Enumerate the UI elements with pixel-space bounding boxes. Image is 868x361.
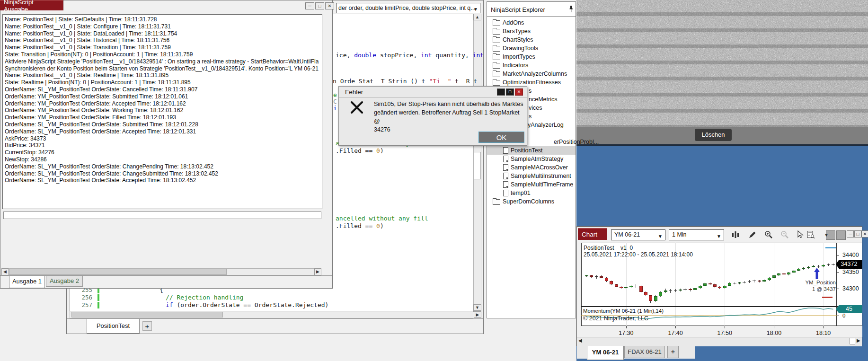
close-button[interactable]: ✕: [325, 2, 334, 9]
zoom-in-icon[interactable]: [763, 229, 774, 240]
candle-up: [738, 282, 741, 283]
code-token: double: [354, 52, 376, 59]
explorer-item-superdomcolumns[interactable]: SuperDomColumns: [487, 197, 576, 206]
explorer-item-addons[interactable]: AddOns: [487, 18, 576, 27]
delete-button[interactable]: Löschen: [695, 129, 732, 141]
static-noise-region: [576, 0, 868, 127]
explorer-item-chartstyles[interactable]: ChartStyles: [487, 35, 576, 44]
folder-icon: [493, 54, 500, 60]
output-input-field[interactable]: [3, 211, 321, 219]
instrument-selector[interactable]: YM 06-21 ▼: [611, 229, 665, 240]
output-window-title-tab[interactable]: NinjaScript Ausgabe: [0, 0, 63, 10]
gray-tool-box-2[interactable]: [836, 230, 846, 240]
explorer-item-label-fragment: erPositionProbl...: [554, 139, 599, 145]
explorer-item-indicators[interactable]: Indicators: [487, 61, 576, 70]
bars-icon[interactable]: [730, 229, 741, 240]
minimize-button[interactable]: ─: [497, 88, 505, 96]
explorer-item-label-fragment: s: [529, 88, 531, 94]
tab-scroll-right-icon[interactable]: ▶: [857, 338, 860, 343]
scroll-left-arrow[interactable]: ◀: [1, 268, 9, 275]
candle-up: [654, 296, 657, 301]
log-line: Aktiviere NinjaScript Strategie 'Positio…: [3, 58, 322, 65]
log-line: BidPrice: 34371: [3, 142, 322, 149]
stop-price-dash: [822, 297, 833, 298]
time-axis-label: 18:10: [816, 330, 831, 336]
explorer-item-samplemacrossover[interactable]: SampleMACrossOver: [487, 163, 576, 172]
explorer-item-samplemultitimeframe[interactable]: SampleMultiTimeFrame: [487, 180, 576, 189]
period-selector[interactable]: 1 Min ▼: [669, 229, 724, 240]
close-button[interactable]: ✕: [515, 88, 523, 96]
report-icon[interactable]: [806, 229, 817, 240]
time-axis-label: 17:50: [717, 330, 732, 336]
code-line: // Rejection handling: [166, 294, 243, 301]
editor-tab-positiontest[interactable]: PositionTest: [87, 319, 140, 334]
explorer-item-samplemultiinstrument[interactable]: SampleMultiInstrument: [487, 172, 576, 180]
pencil-icon[interactable]: [747, 229, 758, 240]
scroll-right-arrow[interactable]: ▶: [474, 311, 481, 318]
candle-down: [718, 287, 721, 288]
candle-up: [807, 267, 810, 268]
tab-scrollbar-handle[interactable]: [850, 338, 855, 344]
chart-title-tab[interactable]: Chart: [578, 228, 607, 240]
candle-up: [728, 283, 731, 286]
candle-up: [664, 291, 667, 292]
ok-button[interactable]: OK: [478, 132, 524, 143]
explorer-item-optimizationfitnesses[interactable]: OptimizationFitnesses: [487, 78, 576, 87]
candle-doji: [683, 289, 687, 290]
code-token: ): [380, 147, 384, 154]
maximize-button[interactable]: □: [854, 230, 861, 238]
explorer-item-label: Indicators: [503, 62, 528, 69]
explorer-item-importtypes[interactable]: ImportTypes: [487, 53, 576, 61]
candle-down: [644, 292, 647, 295]
explorer-item-positiontest[interactable]: PositionTest: [487, 146, 576, 155]
price-tick-mark: [837, 272, 839, 273]
pin-icon[interactable]: [568, 5, 574, 13]
folder-icon: [493, 63, 500, 69]
chart-tab-fdax[interactable]: FDAX 06-21: [624, 346, 665, 358]
code-token: int: [473, 52, 484, 59]
code-fragment: e: [333, 91, 337, 98]
code-token: e: [333, 91, 337, 98]
explorer-item-drawingtools[interactable]: DrawingTools: [487, 44, 576, 53]
minimize-button[interactable]: ─: [847, 230, 854, 238]
candle-up: [624, 287, 628, 288]
candle-up: [762, 280, 766, 282]
chart-tab-ym-label: YM 06-21: [592, 349, 619, 356]
zoom-out-icon[interactable]: [779, 229, 790, 240]
error-message-line: geändert werden. Betroffener Auftrag Sel…: [374, 108, 525, 125]
output-tab-1[interactable]: Ausgabe 1: [9, 276, 45, 288]
log-line: OrderName: SL_YM_PositionTest OrderState…: [3, 121, 322, 128]
code-token: 0: [376, 222, 380, 229]
cursor-icon[interactable]: [794, 229, 806, 240]
candle-up: [772, 275, 776, 278]
buy-entry-arrow-icon: [814, 268, 820, 279]
watermark: © 2021 NinjaTrader, LLC: [583, 315, 648, 322]
editor-new-tab-button[interactable]: +: [142, 321, 152, 331]
maximize-button[interactable]: □: [315, 2, 324, 9]
dialog-title-divider: [339, 97, 527, 97]
explorer-item-marketanalyzercolumns[interactable]: MarketAnalyzerColumns: [487, 70, 576, 78]
error-x-icon: [350, 101, 363, 114]
price-axis-label: 34350: [842, 269, 859, 275]
tab-scroll-left-icon[interactable]: ◀: [578, 338, 582, 343]
output-hscroll-thumb[interactable]: [9, 269, 227, 275]
locked-file-icon: [503, 164, 508, 171]
explorer-item-temp01[interactable]: temp01: [487, 189, 576, 197]
editor-hscroll-thumb[interactable]: [71, 312, 223, 317]
explorer-item-label: SuperDomColumns: [503, 198, 554, 205]
scroll-right-arrow[interactable]: ▶: [314, 268, 321, 275]
minimize-button[interactable]: ─: [305, 2, 314, 9]
output-tab-2[interactable]: Ausgabe 2: [46, 276, 83, 287]
chart-tab-ym[interactable]: YM 06-21: [587, 346, 624, 360]
candle-up: [802, 268, 805, 269]
close-button[interactable]: ✕: [861, 230, 868, 238]
code-token: "Ti ": [429, 78, 452, 85]
output-log-area[interactable]: Name: PositionTest | State: SetDefaults …: [2, 14, 322, 209]
explorer-item-sampleatmstrategy[interactable]: SampleAtmStrategy: [487, 155, 576, 163]
candle-up: [797, 269, 800, 271]
code-token: stopPrice,: [376, 52, 421, 59]
chart-new-tab-button[interactable]: +: [667, 346, 679, 358]
dropdown-arrow-icon[interactable]: ▼: [821, 229, 832, 240]
explorer-item-barstypes[interactable]: BarsTypes: [487, 27, 576, 35]
maximize-button[interactable]: □: [506, 88, 514, 96]
